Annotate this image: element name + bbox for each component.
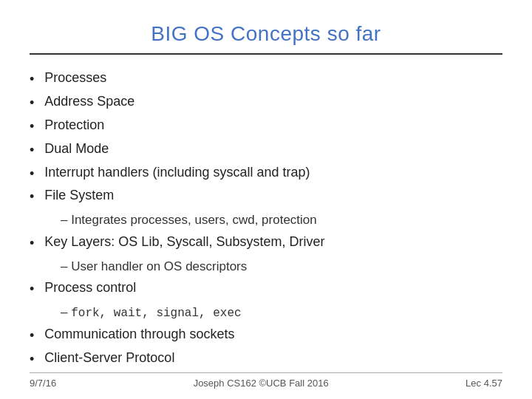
bullet-dot: • — [30, 69, 34, 90]
bullet-dot: • — [30, 164, 34, 185]
bullet-text: Interrupt handlers (including syscall an… — [44, 163, 310, 183]
list-item: • Address Space — [30, 92, 502, 114]
slide-title: BIG OS Concepts so far — [30, 22, 502, 46]
bullet-text: Key Layers: OS Lib, Syscall, Subsystem, … — [44, 232, 324, 253]
footer-center: Joseph CS162 ©UCB Fall 2016 — [194, 378, 329, 389]
list-item: • File System — [30, 185, 502, 208]
bullet-text: Process control — [44, 278, 136, 299]
bullet-dot: • — [30, 140, 34, 161]
list-item: • Processes — [30, 68, 502, 90]
last-bullet-list: • Communication through sockets • Client… — [30, 324, 502, 370]
bullet-dot: • — [30, 326, 34, 347]
bullet-text: Communication through sockets — [44, 324, 234, 345]
bullet-text: Client-Server Protocol — [44, 348, 174, 369]
bullet-dot: • — [30, 279, 34, 300]
footer-right: Lec 4.57 — [466, 378, 502, 389]
sub-item-1: – Integrates processes, users, cwd, prot… — [30, 211, 502, 230]
list-item: • Interrupt handlers (including syscall … — [30, 163, 502, 185]
slide: BIG OS Concepts so far • Processes • Add… — [0, 0, 532, 399]
bullet-dot: • — [30, 187, 34, 208]
bullet-text: Processes — [44, 68, 106, 89]
footer-date: 9/7/16 — [30, 378, 56, 389]
main-bullet-list: • Processes • Address Space • Protection… — [30, 68, 502, 208]
list-item: • Process control — [30, 278, 502, 300]
sub-item-3: – fork, wait, signal, exec — [30, 303, 502, 323]
list-item: • Dual Mode — [30, 139, 502, 161]
bullet-text: Address Space — [44, 92, 134, 112]
sub-item-3-prefix: – — [61, 305, 71, 319]
list-item: • Communication through sockets — [30, 324, 502, 347]
tertiary-bullet-list: • Process control — [30, 278, 502, 300]
bullet-text: Dual Mode — [44, 139, 109, 160]
bullet-text: Protection — [44, 115, 104, 136]
sub-item-2: – User handler on OS descriptors — [30, 257, 502, 276]
list-item: • Key Layers: OS Lib, Syscall, Subsystem… — [30, 232, 502, 254]
bullet-dot: • — [30, 117, 34, 137]
list-item: • Client-Server Protocol — [30, 348, 502, 370]
secondary-bullet-list: • Key Layers: OS Lib, Syscall, Subsystem… — [30, 232, 502, 254]
bullet-dot: • — [30, 233, 34, 254]
title-container: BIG OS Concepts so far — [30, 22, 502, 55]
sub-item-3-code: fork, wait, signal, exec — [71, 307, 241, 320]
list-item: • Protection — [30, 115, 502, 137]
bullet-dot: • — [30, 349, 34, 370]
slide-content: • Processes • Address Space • Protection… — [30, 68, 502, 372]
bullet-text: File System — [44, 185, 114, 206]
slide-footer: 9/7/16 Joseph CS162 ©UCB Fall 2016 Lec 4… — [30, 372, 502, 389]
bullet-dot: • — [30, 93, 34, 114]
